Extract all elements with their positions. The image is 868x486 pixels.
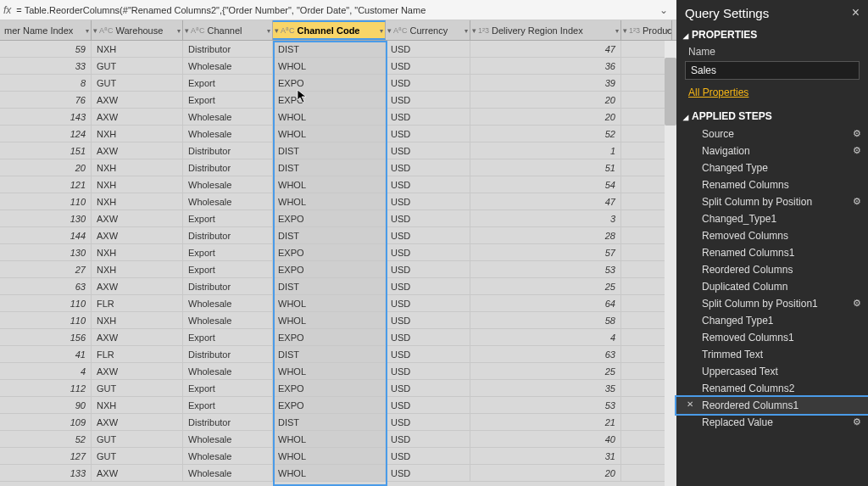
cell[interactable]: WHOL xyxy=(273,126,386,142)
cell[interactable]: 8 xyxy=(0,75,92,91)
cell[interactable]: 57 xyxy=(470,244,621,260)
cell[interactable]: 124 xyxy=(0,126,92,142)
applied-step[interactable]: Renamed Columns xyxy=(676,176,868,193)
table-row[interactable]: 110FLRWholesaleWHOLUSD64 xyxy=(0,295,676,312)
cell[interactable]: Wholesale xyxy=(183,465,273,481)
table-row[interactable]: 151AXWDistributorDISTUSD1 xyxy=(0,142,676,159)
cell[interactable]: Wholesale xyxy=(183,431,273,447)
table-row[interactable]: 8GUTExportEXPOUSD39 xyxy=(0,75,676,92)
cell[interactable]: 47 xyxy=(470,41,621,57)
cell[interactable]: 112 xyxy=(0,380,92,396)
cell[interactable]: 64 xyxy=(470,295,621,311)
applied-step[interactable]: Split Column by Position1⚙ xyxy=(676,295,868,312)
cell[interactable]: EXPO xyxy=(273,397,386,413)
cell[interactable]: NXH xyxy=(92,397,183,413)
cell[interactable]: Distributor xyxy=(183,278,273,294)
cell[interactable]: 53 xyxy=(470,261,621,277)
cell[interactable]: 58 xyxy=(470,312,621,328)
cell[interactable]: 20 xyxy=(470,92,621,108)
column-header[interactable]: mer Name Index▾ xyxy=(0,20,92,40)
cell[interactable]: GUT xyxy=(92,448,183,464)
table-row[interactable]: 59NXHDistributorDISTUSD47 xyxy=(0,41,676,58)
cell[interactable]: 51 xyxy=(470,159,621,176)
cell[interactable]: DIST xyxy=(273,41,386,57)
cell[interactable]: USD xyxy=(386,448,470,464)
cell[interactable]: 39 xyxy=(470,75,621,91)
cell[interactable]: AXW xyxy=(92,227,183,243)
cell[interactable]: 54 xyxy=(470,176,621,193)
applied-step[interactable]: Navigation⚙ xyxy=(676,142,868,159)
cell[interactable]: AXW xyxy=(92,363,183,379)
column-header[interactable]: ▾1²3Delivery Region Index▾ xyxy=(470,20,621,40)
cell[interactable]: FLR xyxy=(92,295,183,311)
cell[interactable]: USD xyxy=(386,380,470,396)
cell[interactable]: Wholesale xyxy=(183,363,273,379)
vertical-scrollbar[interactable] xyxy=(665,41,676,486)
cell[interactable]: USD xyxy=(386,431,470,447)
formula-text[interactable]: = Table.ReorderColumns(#"Renamed Columns… xyxy=(16,5,654,15)
cell[interactable]: Export xyxy=(183,75,273,91)
column-header[interactable]: ▾A⁸CWarehouse▾ xyxy=(92,20,183,40)
cell[interactable]: USD xyxy=(386,414,470,430)
cell[interactable]: WHOL xyxy=(273,295,386,311)
cell[interactable]: Export xyxy=(183,329,273,345)
column-header[interactable]: ▾A⁸CChannel▾ xyxy=(183,20,273,40)
applied-step[interactable]: Changed_Type1 xyxy=(676,210,868,227)
cell[interactable]: GUT xyxy=(92,75,183,91)
table-row[interactable]: 143AXWWholesaleWHOLUSD20 xyxy=(0,109,676,126)
filter-dropdown-icon[interactable]: ▾ xyxy=(666,26,670,34)
cell[interactable]: EXPO xyxy=(273,92,386,108)
cell[interactable]: 21 xyxy=(470,414,621,430)
filter-dropdown-icon[interactable]: ▾ xyxy=(267,26,270,34)
table-row[interactable]: 20NXHDistributorDISTUSD51 xyxy=(0,159,676,176)
cell[interactable]: NXH xyxy=(92,126,183,142)
cell[interactable]: NXH xyxy=(92,244,183,260)
cell[interactable]: 121 xyxy=(0,176,92,193)
table-row[interactable]: 109AXWDistributorDISTUSD21 xyxy=(0,414,676,431)
table-row[interactable]: 33GUTWholesaleWHOLUSD36 xyxy=(0,58,676,75)
column-header[interactable]: ▾1²3Product▾ xyxy=(621,20,672,40)
cell[interactable]: 28 xyxy=(470,227,621,243)
cell[interactable]: 31 xyxy=(470,448,621,464)
applied-step[interactable]: Uppercased Text xyxy=(676,363,868,380)
cell[interactable]: NXH xyxy=(92,193,183,209)
cell[interactable]: Wholesale xyxy=(183,58,273,74)
cell[interactable]: USD xyxy=(386,41,470,57)
cell[interactable]: 27 xyxy=(0,261,92,277)
cell[interactable]: NXH xyxy=(92,312,183,328)
cell[interactable]: 4 xyxy=(470,329,621,345)
cell[interactable]: 52 xyxy=(470,126,621,142)
gear-icon[interactable]: ⚙ xyxy=(853,128,861,139)
cell[interactable]: GUT xyxy=(92,431,183,447)
cell[interactable]: USD xyxy=(386,92,470,108)
cell[interactable]: WHOL xyxy=(273,193,386,209)
cell[interactable]: FLR xyxy=(92,346,183,362)
cell[interactable]: USD xyxy=(386,329,470,345)
gear-icon[interactable]: ⚙ xyxy=(853,196,861,207)
cell[interactable]: 36 xyxy=(470,58,621,74)
cell[interactable]: 53 xyxy=(470,397,621,413)
cell[interactable]: Distributor xyxy=(183,346,273,362)
cell[interactable]: WHOL xyxy=(273,58,386,74)
cell[interactable]: 25 xyxy=(470,278,621,294)
cell[interactable]: NXH xyxy=(92,261,183,277)
close-icon[interactable]: × xyxy=(852,5,860,20)
cell[interactable]: USD xyxy=(386,109,470,125)
cell[interactable]: 59 xyxy=(0,41,92,57)
table-row[interactable]: 27NXHExportEXPOUSD53 xyxy=(0,261,676,278)
table-row[interactable]: 144AXWDistributorDISTUSD28 xyxy=(0,227,676,244)
table-row[interactable]: 124NXHWholesaleWHOLUSD52 xyxy=(0,126,676,142)
cell[interactable]: USD xyxy=(386,126,470,142)
table-row[interactable]: 76AXWExportEXPOUSD20 xyxy=(0,92,676,109)
formula-dropdown-icon[interactable]: ⌄ xyxy=(654,4,673,16)
cell[interactable]: Distributor xyxy=(183,41,273,57)
cell[interactable]: Wholesale xyxy=(183,312,273,328)
cell[interactable]: Export xyxy=(183,244,273,260)
cell[interactable]: DIST xyxy=(273,346,386,362)
cell[interactable]: 20 xyxy=(0,159,92,176)
cell[interactable]: Export xyxy=(183,92,273,108)
cell[interactable]: 109 xyxy=(0,414,92,430)
cell[interactable]: EXPO xyxy=(273,261,386,277)
table-row[interactable]: 127GUTWholesaleWHOLUSD31 xyxy=(0,448,676,465)
applied-step[interactable]: Renamed Columns2 xyxy=(676,380,868,397)
